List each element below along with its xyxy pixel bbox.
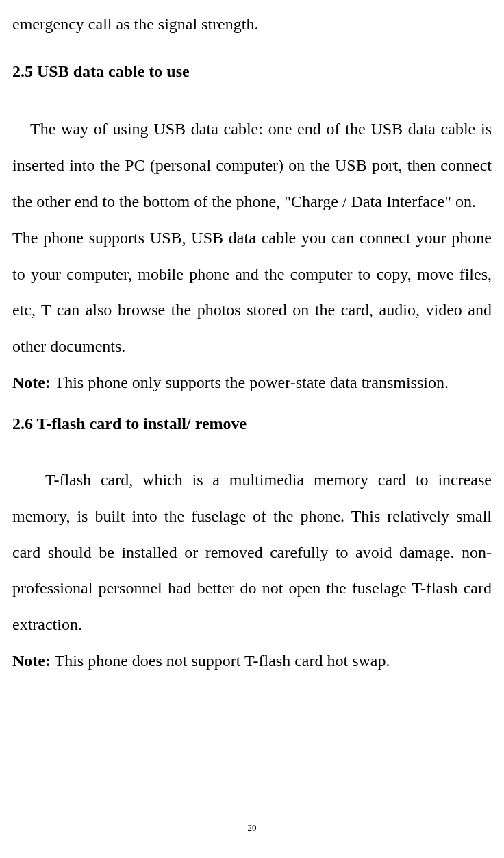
note-label: Note: (12, 373, 51, 391)
section26-note: Note: This phone does not support T-flas… (12, 643, 492, 679)
section25-para2: The phone supports USB, USB data cable y… (12, 220, 492, 365)
section25-note-text: This phone only supports the power-state… (51, 373, 449, 391)
note-label-2: Note: (12, 652, 51, 670)
section-heading-usb: 2.5 USB data cable to use (12, 61, 492, 82)
section26-note-text: This phone does not support T-flash card… (51, 652, 390, 670)
section26-para1: T-flash card, which is a multimedia memo… (12, 462, 492, 643)
fragment-line: emergency call as the signal strength. (12, 14, 492, 35)
section-heading-tflash: 2.6 T-flash card to install/ remove (12, 413, 492, 434)
section25-para1-text: The way of using USB data cable: one end… (12, 120, 492, 210)
section26-para1-text: T-flash card, which is a multimedia memo… (12, 471, 492, 633)
section25-note: Note: This phone only supports the power… (12, 365, 492, 401)
section25-para1: The way of using USB data cable: one end… (12, 111, 492, 219)
page-number: 20 (0, 822, 504, 833)
